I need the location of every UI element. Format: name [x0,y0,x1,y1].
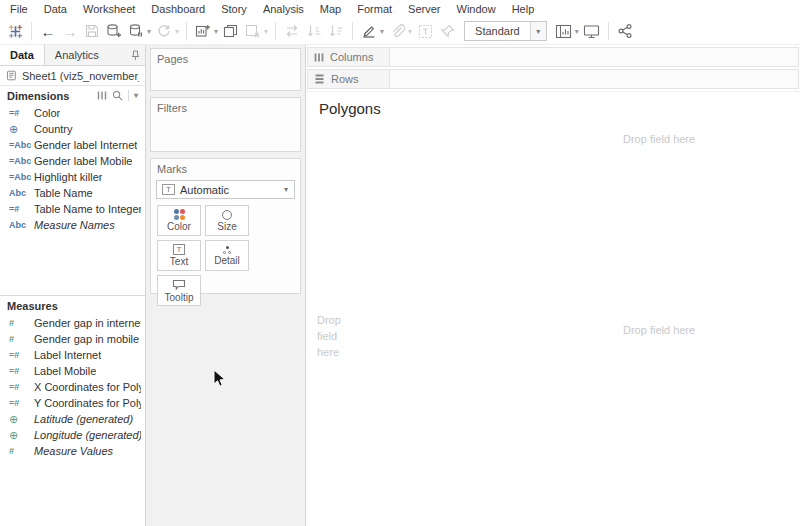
color-button[interactable]: Color [157,205,201,236]
field-x-coordinates-for-polygon[interactable]: =#X Coordinates for Polygon [0,379,145,395]
pane-pin-icon[interactable] [126,45,145,65]
new-worksheet-icon[interactable] [193,20,213,42]
field-country[interactable]: ⊕Country [0,121,145,137]
menu-item-dashboard[interactable]: Dashboard [143,1,213,17]
field-gender-label-internet[interactable]: =AbcGender label Internet [0,137,145,153]
text-button-label: Text [170,257,188,267]
mark-type-dropdown[interactable]: T Automatic ▾ [156,180,295,199]
dimensions-menu-caret-icon[interactable]: ▾ [134,91,138,100]
size-button-label: Size [217,222,236,232]
rows-shelf[interactable]: Rows [307,69,799,89]
rows-shelf-label: Rows [308,70,390,88]
field-table-name[interactable]: AbcTable Name [0,185,145,201]
rows-icon [314,74,325,84]
fix-axes-pin-icon [437,20,457,42]
columns-shelf[interactable]: Columns [307,47,799,67]
field-measure-values[interactable]: #Measure Values [0,443,145,459]
field-label-internet[interactable]: =#Label Internet [0,347,145,363]
drop-zone-top[interactable]: Drop field here [623,133,695,145]
menu-item-format[interactable]: Format [349,1,400,17]
field-measure-names[interactable]: AbcMeasure Names [0,217,145,233]
search-icon[interactable] [112,90,123,101]
menu-item-data[interactable]: Data [36,1,75,17]
filters-label: Filters [151,98,300,116]
menu-item-file[interactable]: File [2,1,36,17]
field-label: Label Internet [34,349,101,361]
field-label: Table Name to Integer [34,203,141,215]
text-button[interactable]: T Text [157,240,201,271]
highlight-caret-icon[interactable]: ▾ [380,27,384,36]
string-icon: Abc [9,188,30,198]
pages-shelf[interactable]: Pages [150,48,301,91]
tableau-window: FileDataWorksheetDashboardStoryAnalysisM… [0,0,800,526]
show-me-icon[interactable] [554,20,574,42]
filters-shelf[interactable]: Filters [150,97,301,152]
number-icon: # [9,334,30,344]
measures-list: #Gender gap in internet acce...#Gender g… [0,315,145,459]
pause-auto-updates-icon[interactable] [126,20,146,42]
view-data-grid-icon[interactable] [97,90,107,101]
sheet-title[interactable]: Polygons [306,92,800,123]
tableau-logo-icon[interactable] [5,20,25,42]
paperclip-icon [387,20,407,42]
tooltip-button[interactable]: Tooltip [157,275,201,306]
show-me-caret-icon[interactable]: ▾ [575,27,579,36]
calc-string-icon: =Abc [9,156,30,166]
field-gender-gap-in-internet-acce[interactable]: #Gender gap in internet acce... [0,315,145,331]
field-label: Y Coordinates for Polygon [34,397,141,409]
field-gender-label-mobile[interactable]: =AbcGender label Mobile [0,153,145,169]
mark-type-caret-icon[interactable]: ▾ [278,181,294,198]
show-mark-labels-icon [415,20,435,42]
text-icon: T [173,244,185,255]
menu-item-story[interactable]: Story [213,1,255,17]
detail-button[interactable]: Detail [205,240,249,271]
mark-type-value: Automatic [180,184,278,196]
drop-zone-center[interactable]: Drop field here [623,324,695,336]
drop-zone-left[interactable]: Drop field here [317,312,351,360]
field-gender-gap-in-mobile-phon[interactable]: #Gender gap in mobile phon... [0,331,145,347]
datasource-item[interactable]: Sheet1 (viz5_november_di... [0,66,145,86]
menu-item-analysis[interactable]: Analysis [255,1,312,17]
menu-item-window[interactable]: Window [449,1,504,17]
field-label: Gender label Internet [34,139,137,151]
menu-item-help[interactable]: Help [504,1,543,17]
field-color[interactable]: =#Color [0,105,145,121]
presentation-mode-icon[interactable] [582,20,602,42]
highlight-icon[interactable] [359,20,379,42]
duplicate-sheet-icon[interactable] [221,20,241,42]
globe-icon: ⊕ [9,429,30,442]
field-label: Gender gap in internet acce... [34,317,141,329]
field-y-coordinates-for-polygon[interactable]: =#Y Coordinates for Polygon [0,395,145,411]
calc-number-icon: =# [9,350,30,360]
undo-icon[interactable]: ← [38,20,58,42]
tab-data[interactable]: Data [0,45,45,65]
field-longitude-generated[interactable]: ⊕Longitude (generated) [0,427,145,443]
fit-selector[interactable]: Standard ▾ [464,21,547,41]
new-data-source-icon[interactable] [104,20,124,42]
calc-number-icon: =# [9,204,30,214]
size-button[interactable]: Size [205,205,249,236]
field-latitude-generated[interactable]: ⊕Latitude (generated) [0,411,145,427]
pause-auto-updates-caret-icon[interactable]: ▾ [147,27,151,36]
fit-selector-caret-icon[interactable]: ▾ [530,22,546,40]
field-table-name-to-integer[interactable]: =#Table Name to Integer [0,201,145,217]
swap-rows-columns-icon [282,20,302,42]
share-icon[interactable] [615,20,635,42]
tab-analytics[interactable]: Analytics [45,45,109,65]
rows-shelf-dropzone[interactable] [390,70,798,88]
calc-string-icon: =Abc [9,140,30,150]
field-label: Latitude (generated) [34,413,133,425]
sheet-canvas[interactable]: Polygons Drop field here Drop field here… [306,91,800,526]
menu-item-server[interactable]: Server [400,1,448,17]
refresh-caret-icon: ▾ [175,27,179,36]
field-label-mobile[interactable]: =#Label Mobile [0,363,145,379]
sort-ascending-icon [304,20,324,42]
color-button-label: Color [167,222,191,232]
menu-item-map[interactable]: Map [312,1,349,17]
menu-item-worksheet[interactable]: Worksheet [75,1,143,17]
new-worksheet-caret-icon[interactable]: ▾ [214,27,218,36]
field-highlight-killer[interactable]: =AbcHighlight killer [0,169,145,185]
marks-label: Marks [151,159,300,177]
refresh-icon [154,20,174,42]
columns-shelf-dropzone[interactable] [390,48,798,66]
